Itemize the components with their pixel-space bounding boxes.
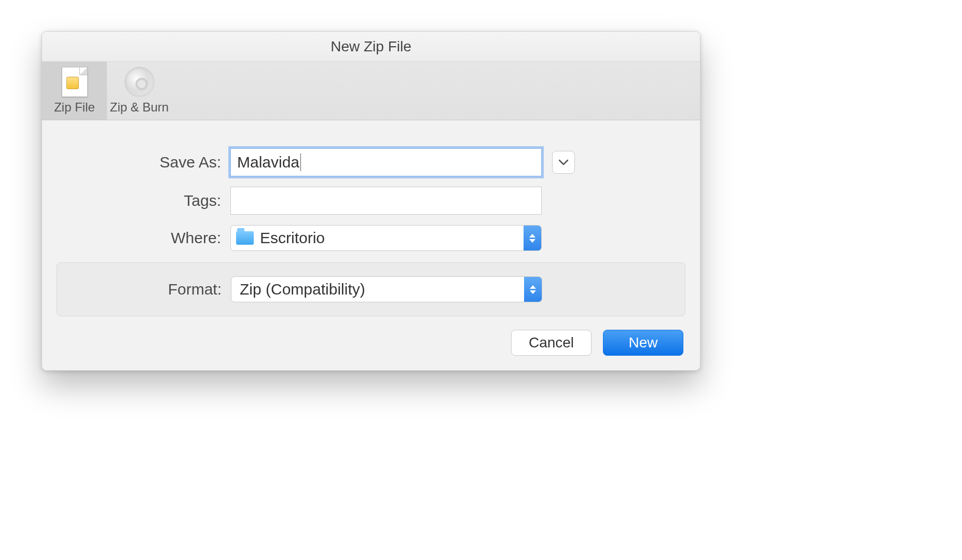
- dialog-title-text: New Zip File: [331, 38, 411, 55]
- toolbar-zip-file-label: Zip File: [54, 100, 95, 115]
- new-zip-dialog: New Zip File Zip File Zip & Burn Save As…: [42, 31, 700, 371]
- new-button[interactable]: New: [603, 330, 683, 356]
- row-save-as: Save As: Malavida: [57, 148, 685, 176]
- stepper-icon: [524, 226, 541, 250]
- folder-icon: [236, 231, 254, 245]
- toolbar-zip-file[interactable]: Zip File: [42, 62, 107, 120]
- save-as-label: Save As:: [57, 153, 230, 171]
- save-as-input[interactable]: Malavida: [230, 148, 542, 176]
- new-button-label: New: [628, 334, 657, 351]
- row-tags: Tags:: [57, 187, 685, 215]
- dialog-content: Save As: Malavida Tags: Where: Escritori…: [42, 120, 700, 370]
- zip-file-icon: [60, 67, 90, 97]
- format-select[interactable]: Zip (Compatibility): [231, 276, 542, 302]
- row-where: Where: Escritorio: [57, 225, 685, 251]
- expand-save-panel-button[interactable]: [552, 151, 575, 174]
- tags-label: Tags:: [57, 192, 230, 209]
- format-value: Zip (Compatibility): [240, 281, 365, 298]
- row-format: Format: Zip (Compatibility): [57, 276, 685, 302]
- where-value: Escritorio: [260, 229, 325, 247]
- button-row: Cancel New: [57, 330, 685, 356]
- format-label: Format:: [57, 281, 231, 298]
- toolbar-zip-burn-label: Zip & Burn: [110, 100, 169, 115]
- toolbar-zip-burn[interactable]: Zip & Burn: [107, 62, 172, 120]
- cancel-button-label: Cancel: [529, 334, 574, 351]
- stepper-icon: [524, 277, 542, 302]
- dialog-title: New Zip File: [42, 32, 700, 62]
- where-label: Where:: [57, 229, 230, 247]
- tags-input[interactable]: [230, 187, 542, 215]
- chevron-down-icon: [559, 159, 568, 165]
- toolbar: Zip File Zip & Burn: [42, 62, 700, 120]
- save-as-value: Malavida: [237, 153, 299, 171]
- format-panel: Format: Zip (Compatibility): [57, 262, 685, 316]
- cancel-button[interactable]: Cancel: [511, 330, 592, 356]
- text-caret: [300, 153, 301, 171]
- where-select[interactable]: Escritorio: [230, 225, 542, 251]
- disc-icon: [125, 67, 155, 97]
